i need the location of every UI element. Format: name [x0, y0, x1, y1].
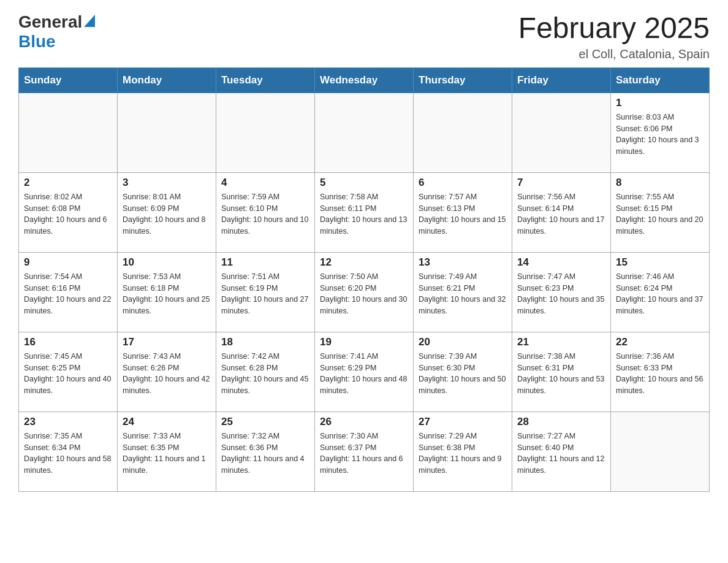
calendar-cell: 9Sunrise: 7:54 AMSunset: 6:16 PMDaylight… [19, 252, 118, 332]
day-number: 28 [517, 416, 605, 428]
calendar-cell: 26Sunrise: 7:30 AMSunset: 6:37 PMDayligh… [315, 412, 414, 491]
calendar-cell [19, 93, 118, 172]
day-info: Sunrise: 7:46 AMSunset: 6:24 PMDaylight:… [616, 271, 704, 317]
day-info: Sunrise: 7:35 AMSunset: 6:34 PMDaylight:… [24, 431, 112, 477]
day-number: 13 [419, 256, 507, 269]
page-title: February 2025 [518, 12, 710, 45]
day-info: Sunrise: 7:53 AMSunset: 6:18 PMDaylight:… [123, 271, 211, 317]
header-saturday: Saturday [611, 67, 710, 93]
day-info: Sunrise: 8:03 AMSunset: 6:06 PMDaylight:… [616, 112, 704, 158]
calendar-cell: 3Sunrise: 8:01 AMSunset: 6:09 PMDaylight… [118, 172, 216, 252]
header-sunday: Sunday [19, 67, 118, 93]
calendar-cell: 25Sunrise: 7:32 AMSunset: 6:36 PMDayligh… [216, 412, 315, 491]
day-number: 24 [123, 416, 211, 428]
calendar-cell: 28Sunrise: 7:27 AMSunset: 6:40 PMDayligh… [512, 412, 611, 491]
day-number: 1 [616, 97, 704, 109]
day-info: Sunrise: 7:58 AMSunset: 6:11 PMDaylight:… [320, 191, 408, 237]
day-info: Sunrise: 7:29 AMSunset: 6:38 PMDaylight:… [419, 431, 507, 477]
day-number: 14 [517, 256, 605, 269]
day-number: 3 [123, 177, 211, 189]
title-area: February 2025 el Coll, Catalonia, Spain [518, 12, 710, 61]
day-info: Sunrise: 7:38 AMSunset: 6:31 PMDaylight:… [517, 351, 605, 397]
day-number: 23 [24, 416, 112, 428]
day-number: 9 [24, 256, 112, 269]
logo: General Blue [18, 12, 95, 52]
day-info: Sunrise: 7:54 AMSunset: 6:16 PMDaylight:… [24, 271, 112, 317]
day-info: Sunrise: 7:42 AMSunset: 6:28 PMDaylight:… [221, 351, 309, 397]
day-info: Sunrise: 7:50 AMSunset: 6:20 PMDaylight:… [320, 271, 408, 317]
calendar-cell: 18Sunrise: 7:42 AMSunset: 6:28 PMDayligh… [216, 332, 315, 412]
header-wednesday: Wednesday [315, 67, 414, 93]
day-info: Sunrise: 7:59 AMSunset: 6:10 PMDaylight:… [221, 191, 309, 237]
day-info: Sunrise: 7:51 AMSunset: 6:19 PMDaylight:… [221, 271, 309, 317]
svg-marker-0 [84, 15, 95, 27]
calendar-cell: 13Sunrise: 7:49 AMSunset: 6:21 PMDayligh… [414, 252, 512, 332]
day-number: 26 [320, 416, 408, 428]
week-row-1: 1Sunrise: 8:03 AMSunset: 6:06 PMDaylight… [19, 93, 710, 172]
header-friday: Friday [512, 67, 611, 93]
day-number: 7 [517, 177, 605, 189]
calendar-table: SundayMondayTuesdayWednesdayThursdayFrid… [18, 67, 710, 492]
calendar-cell [512, 93, 611, 172]
calendar-cell: 17Sunrise: 7:43 AMSunset: 6:26 PMDayligh… [118, 332, 216, 412]
day-number: 25 [221, 416, 309, 428]
calendar-cell: 24Sunrise: 7:33 AMSunset: 6:35 PMDayligh… [118, 412, 216, 491]
day-info: Sunrise: 7:56 AMSunset: 6:14 PMDaylight:… [517, 191, 605, 237]
calendar-cell [216, 93, 315, 172]
day-info: Sunrise: 7:27 AMSunset: 6:40 PMDaylight:… [517, 431, 605, 477]
logo-triangle-icon [84, 15, 95, 29]
day-number: 6 [419, 177, 507, 189]
day-info: Sunrise: 7:45 AMSunset: 6:25 PMDaylight:… [24, 351, 112, 397]
calendar-cell: 5Sunrise: 7:58 AMSunset: 6:11 PMDaylight… [315, 172, 414, 252]
day-info: Sunrise: 7:57 AMSunset: 6:13 PMDaylight:… [419, 191, 507, 237]
calendar-cell: 16Sunrise: 7:45 AMSunset: 6:25 PMDayligh… [19, 332, 118, 412]
week-row-5: 23Sunrise: 7:35 AMSunset: 6:34 PMDayligh… [19, 412, 710, 491]
page-header: General Blue February 2025 el Coll, Cata… [18, 12, 710, 61]
day-info: Sunrise: 7:55 AMSunset: 6:15 PMDaylight:… [616, 191, 704, 237]
calendar-cell: 7Sunrise: 7:56 AMSunset: 6:14 PMDaylight… [512, 172, 611, 252]
day-info: Sunrise: 7:32 AMSunset: 6:36 PMDaylight:… [221, 431, 309, 477]
days-of-week-row: SundayMondayTuesdayWednesdayThursdayFrid… [19, 67, 710, 93]
header-thursday: Thursday [414, 67, 512, 93]
day-number: 19 [320, 336, 408, 348]
calendar-cell: 11Sunrise: 7:51 AMSunset: 6:19 PMDayligh… [216, 252, 315, 332]
calendar-cell: 19Sunrise: 7:41 AMSunset: 6:29 PMDayligh… [315, 332, 414, 412]
week-row-2: 2Sunrise: 8:02 AMSunset: 6:08 PMDaylight… [19, 172, 710, 252]
calendar-cell: 2Sunrise: 8:02 AMSunset: 6:08 PMDaylight… [19, 172, 118, 252]
calendar-cell: 12Sunrise: 7:50 AMSunset: 6:20 PMDayligh… [315, 252, 414, 332]
day-number: 5 [320, 177, 408, 189]
day-number: 17 [123, 336, 211, 348]
calendar-cell: 22Sunrise: 7:36 AMSunset: 6:33 PMDayligh… [611, 332, 710, 412]
day-info: Sunrise: 7:41 AMSunset: 6:29 PMDaylight:… [320, 351, 408, 397]
day-number: 20 [419, 336, 507, 348]
calendar-cell: 4Sunrise: 7:59 AMSunset: 6:10 PMDaylight… [216, 172, 315, 252]
calendar-cell: 14Sunrise: 7:47 AMSunset: 6:23 PMDayligh… [512, 252, 611, 332]
day-number: 11 [221, 256, 309, 269]
day-number: 15 [616, 256, 704, 269]
day-number: 4 [221, 177, 309, 189]
day-info: Sunrise: 7:49 AMSunset: 6:21 PMDaylight:… [419, 271, 507, 317]
calendar-cell: 21Sunrise: 7:38 AMSunset: 6:31 PMDayligh… [512, 332, 611, 412]
day-info: Sunrise: 7:33 AMSunset: 6:35 PMDaylight:… [123, 431, 211, 477]
calendar-body: 1Sunrise: 8:03 AMSunset: 6:06 PMDaylight… [19, 93, 710, 491]
logo-blue-text: Blue [18, 32, 56, 51]
calendar-cell [414, 93, 512, 172]
day-info: Sunrise: 7:39 AMSunset: 6:30 PMDaylight:… [419, 351, 507, 397]
day-info: Sunrise: 7:43 AMSunset: 6:26 PMDaylight:… [123, 351, 211, 397]
day-number: 21 [517, 336, 605, 348]
calendar-cell [611, 412, 710, 491]
calendar-cell: 15Sunrise: 7:46 AMSunset: 6:24 PMDayligh… [611, 252, 710, 332]
calendar-cell: 10Sunrise: 7:53 AMSunset: 6:18 PMDayligh… [118, 252, 216, 332]
day-info: Sunrise: 7:47 AMSunset: 6:23 PMDaylight:… [517, 271, 605, 317]
calendar-cell: 20Sunrise: 7:39 AMSunset: 6:30 PMDayligh… [414, 332, 512, 412]
day-info: Sunrise: 8:01 AMSunset: 6:09 PMDaylight:… [123, 191, 211, 237]
day-number: 18 [221, 336, 309, 348]
calendar-cell: 27Sunrise: 7:29 AMSunset: 6:38 PMDayligh… [414, 412, 512, 491]
day-number: 12 [320, 256, 408, 269]
day-number: 8 [616, 177, 704, 189]
week-row-4: 16Sunrise: 7:45 AMSunset: 6:25 PMDayligh… [19, 332, 710, 412]
day-info: Sunrise: 7:36 AMSunset: 6:33 PMDaylight:… [616, 351, 704, 397]
header-monday: Monday [118, 67, 216, 93]
day-number: 10 [123, 256, 211, 269]
page-subtitle: el Coll, Catalonia, Spain [518, 47, 710, 61]
